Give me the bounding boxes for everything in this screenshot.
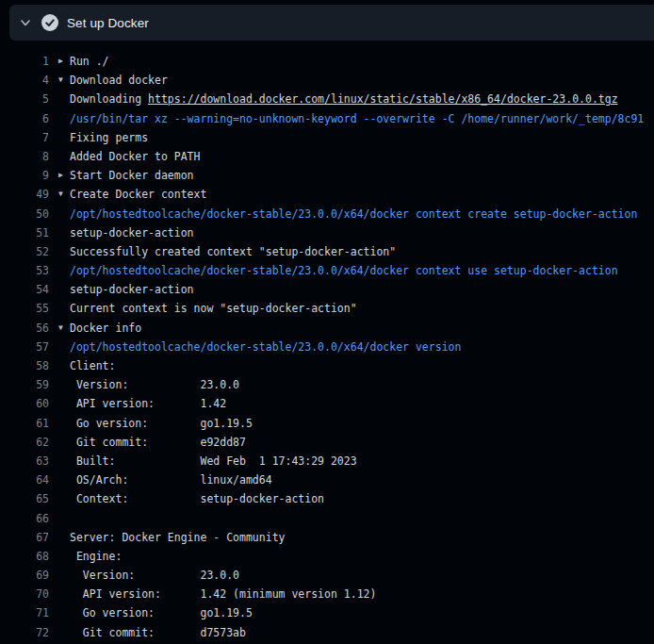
line-number[interactable]: 61 (0, 414, 49, 433)
log-line-text: API version: 1.42 (minimum version 1.12) (70, 585, 376, 603)
log-line[interactable]: 1▶Run ./ (0, 52, 654, 71)
step-header[interactable]: Set up Docker (9, 5, 654, 41)
line-number[interactable]: 9 (0, 166, 49, 185)
log-line: 68 Engine: (0, 547, 654, 566)
marker-spacer (58, 452, 70, 471)
log-line-prefix: Downloading (70, 92, 148, 106)
log-line-text: Run ./ (70, 52, 109, 71)
log-line[interactable]: 4▼Download docker (0, 71, 654, 90)
log-line-text: Added Docker to PATH (70, 147, 200, 166)
line-number[interactable]: 52 (0, 242, 49, 261)
plain-text: Server: Docker Engine - Community (70, 531, 285, 544)
command-text: /usr/bin/tar xz --warning=no-unknown-key… (70, 112, 644, 125)
line-number[interactable]: 49 (0, 185, 49, 204)
line-number[interactable]: 8 (0, 147, 49, 166)
plain-text: Go version: go1.19.5 (70, 606, 253, 619)
log-line: 58Client: (0, 356, 654, 375)
marker-spacer (58, 509, 70, 528)
collapse-toggle-icon[interactable]: ▼ (58, 71, 70, 90)
log-line: 64 OS/Arch: linux/amd64 (0, 471, 654, 489)
expand-toggle-icon[interactable]: ▶ (58, 52, 70, 71)
log-line: 55Current context is now "setup-docker-a… (0, 299, 654, 318)
line-number[interactable]: 70 (0, 585, 49, 603)
line-number[interactable]: 51 (0, 223, 49, 242)
log-line: 5Downloading https://download.docker.com… (0, 90, 654, 108)
line-number[interactable]: 60 (0, 394, 49, 413)
marker-spacer (58, 128, 70, 147)
log-line: 65 Context: setup-docker-action (0, 489, 654, 508)
plain-text: Engine: (70, 550, 122, 563)
line-number[interactable]: 72 (0, 623, 49, 642)
log-line-text: Server: Docker Engine - Community (70, 528, 285, 547)
command-text: /opt/hostedtoolcache/docker-stable/23.0.… (70, 207, 637, 221)
plain-text: Git commit: e92dd87 (70, 436, 246, 449)
line-number[interactable]: 65 (0, 489, 49, 508)
log-line: 7Fixing perms (0, 128, 654, 147)
log-line-text: Git commit: d7573ab (70, 623, 246, 642)
log-line-text: API version: 1.42 (70, 394, 226, 413)
check-circle-icon (41, 14, 58, 31)
line-number[interactable]: 63 (0, 452, 49, 471)
log-lines: 1▶Run ./4▼Download docker5Downloading ht… (0, 41, 654, 642)
command-text: /opt/hostedtoolcache/docker-stable/23.0.… (70, 264, 618, 277)
log-line[interactable]: 56▼Docker info (0, 319, 654, 338)
log-line: 62 Git commit: e92dd87 (0, 433, 654, 452)
line-number[interactable]: 58 (0, 356, 49, 375)
line-number[interactable]: 69 (0, 566, 49, 585)
command-text: /opt/hostedtoolcache/docker-stable/23.0.… (70, 340, 461, 354)
log-line: 50/opt/hostedtoolcache/docker-stable/23.… (0, 205, 654, 223)
line-number[interactable]: 50 (0, 205, 49, 223)
line-number[interactable]: 4 (0, 71, 49, 90)
line-number[interactable]: 54 (0, 280, 49, 299)
log-line-text: /opt/hostedtoolcache/docker-stable/23.0.… (70, 205, 637, 223)
line-number[interactable]: 53 (0, 261, 49, 280)
collapse-toggle-icon[interactable]: ▼ (58, 319, 70, 338)
plain-text: Successfully created context "setup-dock… (70, 245, 396, 258)
plain-text: Run ./ (70, 55, 109, 68)
log-line: 66 (0, 509, 654, 528)
log-line[interactable]: 9▶Start Docker daemon (0, 166, 654, 185)
plain-text: Docker info (70, 322, 141, 335)
download-url-link[interactable]: https://download.docker.com/linux/static… (148, 92, 618, 106)
line-number[interactable]: 1 (0, 52, 49, 71)
log-line-text: OS/Arch: linux/amd64 (70, 471, 272, 489)
line-number[interactable]: 57 (0, 338, 49, 356)
line-number[interactable]: 6 (0, 109, 49, 128)
line-number[interactable]: 56 (0, 319, 49, 338)
line-number[interactable]: 66 (0, 509, 49, 528)
log-line-text: /opt/hostedtoolcache/docker-stable/23.0.… (70, 261, 618, 280)
line-number[interactable]: 71 (0, 603, 49, 622)
log-line: 52Successfully created context "setup-do… (0, 242, 654, 261)
line-number[interactable]: 5 (0, 90, 49, 108)
line-number[interactable]: 55 (0, 299, 49, 318)
marker-spacer (58, 566, 70, 585)
line-number[interactable]: 62 (0, 433, 49, 452)
marker-spacer (58, 433, 70, 452)
line-number[interactable]: 68 (0, 547, 49, 566)
plain-text: Context: setup-docker-action (70, 492, 324, 505)
marker-spacer (58, 261, 70, 280)
plain-text: Current context is now "setup-docker-act… (70, 302, 357, 315)
plain-text: setup-docker-action (70, 226, 194, 239)
plain-text: Version: 23.0.0 (70, 569, 239, 582)
marker-spacer (58, 375, 70, 394)
marker-spacer (58, 547, 70, 566)
log-line-text: Start Docker daemon (70, 166, 194, 185)
chevron-down-icon[interactable] (20, 17, 31, 28)
line-number[interactable]: 7 (0, 128, 49, 147)
log-line-text: Version: 23.0.0 (70, 375, 239, 394)
line-number[interactable]: 59 (0, 375, 49, 394)
plain-text: Start Docker daemon (70, 169, 194, 182)
log-line: 6/usr/bin/tar xz --warning=no-unknown-ke… (0, 109, 654, 128)
marker-spacer (58, 90, 70, 108)
expand-toggle-icon[interactable]: ▶ (58, 166, 70, 185)
line-number[interactable]: 67 (0, 528, 49, 547)
log-line: 63 Built: Wed Feb 1 17:43:29 2023 (0, 452, 654, 471)
log-line-text: Fixing perms (70, 128, 148, 147)
plain-text: Client: (70, 359, 115, 372)
log-line: 53/opt/hostedtoolcache/docker-stable/23.… (0, 261, 654, 280)
log-line-text: setup-docker-action (70, 223, 194, 242)
line-number[interactable]: 64 (0, 471, 49, 489)
log-line[interactable]: 49▼Create Docker context (0, 185, 654, 204)
collapse-toggle-icon[interactable]: ▼ (58, 185, 70, 204)
